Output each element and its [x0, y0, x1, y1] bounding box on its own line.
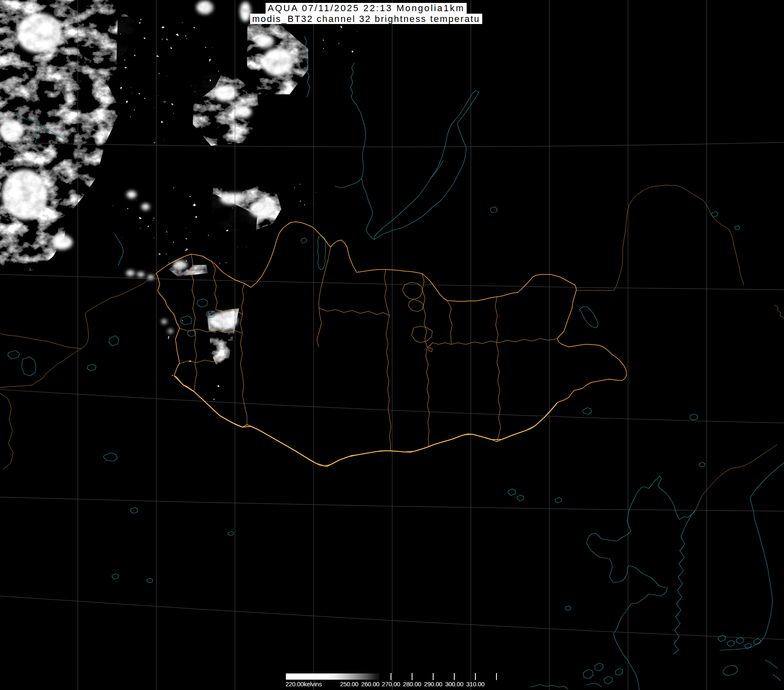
- cloud-bright-blob: [0, 120, 24, 141]
- cloud-bright-blob: [17, 13, 62, 53]
- lake-outline: [690, 414, 698, 420]
- cloud-bright-blob: [2, 170, 48, 219]
- cloud-bright-blob: [197, 1, 213, 14]
- colorbar-tick-label: 250.00: [340, 680, 358, 688]
- colorbar-gradient: [286, 673, 379, 680]
- lake-outline: [87, 364, 96, 371]
- aimag-border: [422, 274, 429, 447]
- bohai-coast: [587, 481, 667, 690]
- cloud-speckle-field: [281, 179, 327, 219]
- coast-fragment: [765, 660, 778, 668]
- border-line: [0, 393, 13, 469]
- cloud-layer: [0, 0, 374, 404]
- cloud-bright-blob: [209, 313, 237, 329]
- lake-outline: [228, 531, 234, 536]
- colorbar-tick-label: 310.00: [466, 680, 484, 688]
- island-outline: [555, 498, 562, 503]
- border-line: [0, 273, 156, 387]
- satellite-map-viewport: AQUA 07/11/2025 22:13 Mongolia1km modis_…: [0, 0, 784, 690]
- lake-outline: [109, 336, 119, 346]
- aimag-border: [319, 308, 389, 315]
- cloud-bright-blob: [240, 2, 251, 22]
- border-line: [695, 445, 777, 510]
- cloud-speckle-field: [312, 23, 374, 54]
- cloud-bright-blob: [52, 235, 72, 250]
- aimag-border: [384, 269, 391, 451]
- colorbar-tick-label: 300.00: [445, 680, 463, 688]
- coast-fragment: [773, 675, 780, 680]
- aimag-border: [408, 299, 423, 312]
- lake-baikal-outline: [374, 91, 479, 240]
- lake-outline: [130, 507, 138, 513]
- island-outline: [587, 683, 602, 687]
- cloud-bright-blob: [249, 200, 276, 218]
- cloud-bright-blob: [235, 106, 252, 118]
- island-outline: [604, 676, 612, 684]
- korea-east-coast: [720, 463, 784, 650]
- cloud-bright-blob: [161, 320, 167, 324]
- cloud-bright-blob: [126, 270, 134, 276]
- island-outline: [565, 606, 571, 611]
- island-outline: [616, 668, 623, 675]
- cloud-bright-blob: [147, 275, 154, 280]
- river-line: [350, 63, 373, 239]
- island-outline: [595, 663, 603, 671]
- cloud-bright-blob: [141, 204, 150, 210]
- aimag-border: [495, 297, 501, 442]
- cloud-bright-blob: [220, 193, 242, 204]
- lake-outline: [197, 299, 208, 307]
- cloud-bright-blob: [127, 191, 137, 198]
- cloud-bright-blob: [256, 35, 274, 48]
- river-line: [335, 178, 362, 188]
- colorbar-tick-label: 260.00: [361, 680, 379, 688]
- lake-outline: [112, 574, 119, 579]
- island-outline: [736, 637, 744, 644]
- colorbar-tick-label: 270.00: [382, 680, 400, 688]
- title-line-2: modis_BT32 channel 32 brightness tempera…: [250, 14, 482, 24]
- border-line: [0, 334, 81, 349]
- cloud-bright-blob: [262, 48, 294, 76]
- aimag-border-layer: [180, 247, 557, 451]
- aimag-border: [447, 301, 452, 344]
- lake-outline: [583, 408, 592, 414]
- lake-outline: [22, 357, 36, 376]
- cloud-bright-blob: [137, 272, 144, 277]
- satellite-map-canvas: [0, 0, 784, 690]
- lake-outline: [699, 462, 705, 467]
- graticule-layer: [0, 0, 784, 690]
- border-line: [576, 185, 744, 291]
- border-line: [774, 305, 784, 318]
- lake-outline: [735, 226, 740, 230]
- lake-outline: [103, 453, 117, 461]
- island-outline: [508, 489, 515, 495]
- aimag-border: [191, 254, 197, 392]
- lake-outline: [8, 351, 19, 359]
- island-outline: [517, 495, 524, 501]
- lake-outline: [301, 238, 307, 243]
- aimag-border: [211, 261, 217, 310]
- island-outline: [583, 669, 593, 678]
- lake-outline: [147, 578, 153, 583]
- island-outline: [727, 640, 734, 647]
- cloud-bright-blob: [174, 261, 187, 269]
- colorbar-tick-label: 280.00: [403, 680, 421, 688]
- island-outline: [718, 635, 726, 642]
- lake-outline: [490, 207, 497, 213]
- cloud-bright-blob: [214, 85, 237, 101]
- colorbar-unit-label: 220.00kelvins: [285, 680, 322, 688]
- aimag-border: [412, 326, 432, 343]
- lake-outline: [579, 306, 598, 328]
- cloud-speckle-field: [207, 385, 226, 404]
- aimag-border: [429, 348, 432, 351]
- lake-outline: [318, 236, 326, 270]
- liaodong-coast: [655, 476, 695, 519]
- aimag-border: [317, 247, 331, 347]
- colorbar-tick-label: 290.00: [424, 680, 442, 688]
- korea-west-coast: [673, 510, 695, 654]
- aimag-border: [427, 339, 557, 348]
- title-line-1: AQUA 07/11/2025 22:13 Mongolia1km: [266, 3, 467, 14]
- water-layer: [8, 36, 784, 690]
- cloud-bright-blob: [168, 329, 173, 333]
- jeju-island: [723, 666, 737, 676]
